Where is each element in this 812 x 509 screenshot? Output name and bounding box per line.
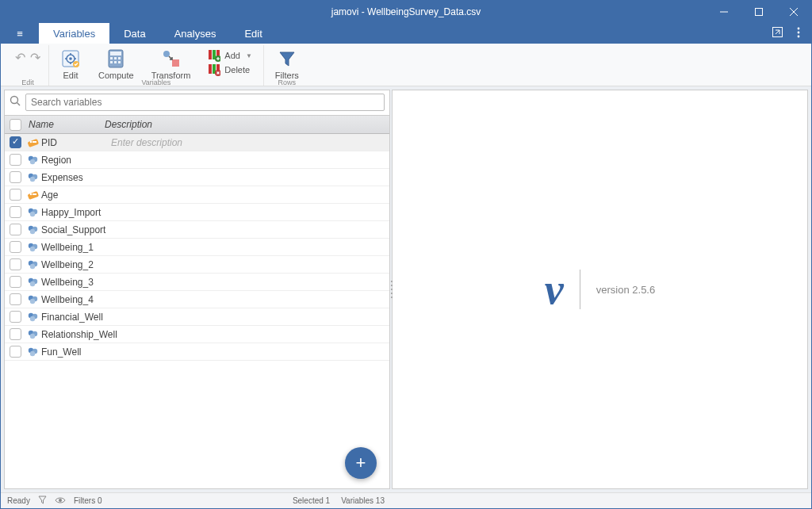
- svg-rect-21: [118, 57, 121, 59]
- variable-row[interactable]: Fun_Well: [5, 343, 389, 361]
- svg-point-8: [798, 35, 800, 37]
- variable-row[interactable]: Wellbeing_2: [5, 256, 389, 274]
- app-menu-button[interactable]: ≡: [1, 23, 39, 44]
- variable-row[interactable]: Wellbeing_1: [5, 239, 389, 256]
- variable-description: Enter description: [111, 137, 389, 148]
- compute-button[interactable]: Compute: [95, 47, 137, 82]
- row-checkbox[interactable]: [10, 311, 21, 323]
- row-checkbox[interactable]: [10, 154, 21, 166]
- row-checkbox[interactable]: [10, 293, 21, 305]
- search-icon: [10, 95, 21, 109]
- variable-type-icon: [25, 154, 40, 166]
- svg-line-5: [776, 30, 779, 34]
- select-all-checkbox[interactable]: [10, 119, 21, 131]
- variable-row[interactable]: PIDEnter description: [5, 134, 389, 151]
- variable-type-icon: [25, 189, 40, 201]
- svg-point-25: [163, 51, 170, 57]
- transform-button[interactable]: Transform: [148, 47, 194, 82]
- svg-rect-33: [209, 64, 212, 74]
- add-variable-button[interactable]: Add ▼: [205, 48, 255, 63]
- variable-name: Fun_Well: [40, 346, 111, 358]
- panel-resize-handle[interactable]: [389, 279, 393, 300]
- window-controls: [707, 1, 811, 23]
- title-bar: jamovi - WellbeingSurvey_Data.csv: [1, 1, 811, 23]
- tab-bar: ≡ Variables Data Analyses Edit: [1, 23, 811, 44]
- jamovi-logo-icon: ν: [545, 265, 564, 314]
- svg-point-51: [29, 193, 32, 196]
- status-filter-icon[interactable]: [38, 496, 47, 506]
- redo-icon: ↷: [30, 51, 40, 64]
- maximize-button[interactable]: [741, 1, 776, 23]
- row-checkbox[interactable]: [10, 258, 21, 270]
- variable-name: Social_Support: [40, 224, 111, 235]
- ribbon-group-rows-label: Rows: [278, 78, 297, 86]
- ribbon: ↶ ↷ Edit Edit Compute Trans: [1, 44, 811, 86]
- row-checkbox[interactable]: [10, 276, 21, 288]
- svg-point-49: [29, 177, 34, 182]
- variable-row[interactable]: Wellbeing_4: [5, 291, 389, 308]
- row-checkbox[interactable]: [10, 328, 21, 340]
- svg-point-67: [29, 281, 34, 286]
- variable-row[interactable]: Financial_Well: [5, 308, 389, 326]
- svg-rect-41: [27, 139, 38, 147]
- ribbon-group-edit: ↶ ↷ Edit: [7, 45, 49, 86]
- undo-icon: ↶: [15, 51, 25, 64]
- ribbon-group-rows: Filters Rows: [264, 45, 310, 86]
- status-visibility-icon[interactable]: [55, 496, 66, 506]
- variable-row[interactable]: Relationship_Well: [5, 326, 389, 343]
- delete-label: Delete: [224, 65, 250, 75]
- row-checkbox[interactable]: [10, 206, 21, 218]
- variable-name: Wellbeing_3: [40, 277, 111, 288]
- variable-row[interactable]: Social_Support: [5, 221, 389, 239]
- ribbon-group-edit-label: Edit: [21, 78, 34, 86]
- edit-label: Edit: [63, 71, 79, 80]
- svg-rect-26: [172, 59, 179, 67]
- expand-arrow-icon[interactable]: [769, 27, 786, 40]
- variable-row[interactable]: Wellbeing_3: [5, 274, 389, 291]
- variable-type-icon: [25, 224, 40, 235]
- hdr-name: Name: [25, 119, 105, 130]
- variable-row[interactable]: Region: [5, 151, 389, 169]
- variables-list[interactable]: PIDEnter descriptionRegionExpensesAgeHap…: [5, 134, 389, 488]
- hamburger-icon: ≡: [17, 28, 23, 40]
- divider: [580, 270, 580, 309]
- variable-row[interactable]: Expenses: [5, 169, 389, 186]
- close-button[interactable]: [776, 1, 811, 23]
- svg-point-64: [29, 264, 34, 269]
- tab-bar-right: [769, 23, 811, 44]
- minimize-button[interactable]: [707, 1, 741, 23]
- row-checkbox[interactable]: [10, 346, 21, 358]
- filters-button[interactable]: Filters: [272, 47, 302, 82]
- variable-name: Region: [40, 155, 111, 166]
- row-checkbox[interactable]: [10, 136, 21, 148]
- row-checkbox[interactable]: [10, 241, 21, 253]
- svg-point-80: [59, 499, 62, 502]
- variable-row[interactable]: Happy_Import: [5, 204, 389, 221]
- tab-variables[interactable]: Variables: [39, 23, 109, 44]
- svg-rect-20: [114, 57, 117, 59]
- svg-rect-18: [110, 52, 121, 55]
- variable-type-icon: [25, 241, 40, 253]
- row-checkbox[interactable]: [10, 189, 21, 201]
- edit-variable-button[interactable]: Edit: [57, 47, 84, 82]
- tab-edit[interactable]: Edit: [230, 23, 276, 44]
- svg-rect-52: [33, 193, 36, 195]
- tab-data[interactable]: Data: [109, 23, 159, 44]
- variable-row[interactable]: Age: [5, 186, 389, 204]
- add-fab-button[interactable]: +: [345, 447, 377, 479]
- variable-type-icon: [25, 293, 40, 305]
- status-filters-count: Filters 0: [74, 496, 102, 505]
- ribbon-group-vars-label: Variables: [141, 78, 170, 86]
- row-checkbox[interactable]: [10, 171, 21, 183]
- search-input[interactable]: [25, 94, 385, 111]
- row-checkbox[interactable]: [10, 224, 21, 235]
- variable-name: Age: [40, 189, 111, 201]
- delete-variable-button[interactable]: Delete: [205, 63, 255, 77]
- hdr-description: Description: [105, 119, 389, 130]
- status-selected: Selected 1: [293, 496, 330, 505]
- tab-analyses[interactable]: Analyses: [160, 23, 231, 44]
- svg-point-61: [29, 247, 34, 251]
- redo-button[interactable]: ↷: [30, 50, 40, 65]
- undo-button[interactable]: ↶: [15, 50, 25, 65]
- options-dots-icon[interactable]: [794, 27, 803, 40]
